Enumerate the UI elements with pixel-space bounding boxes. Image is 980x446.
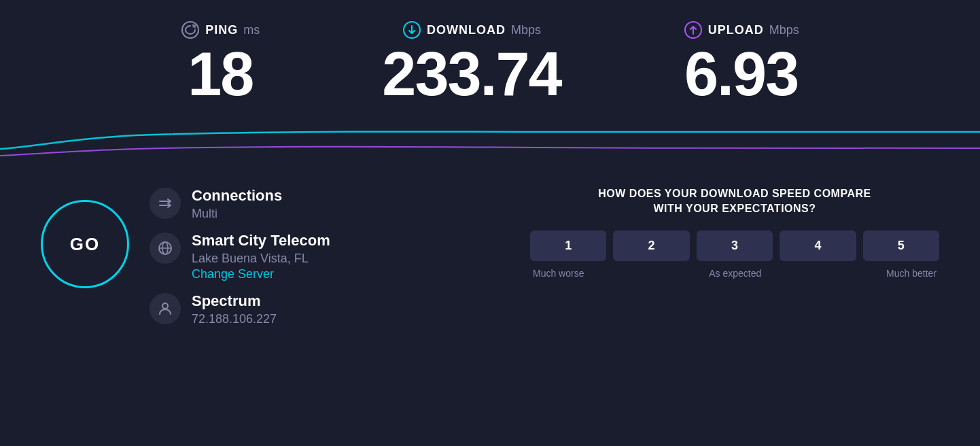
isp-row: Spectrum 72.188.106.227	[150, 292, 330, 327]
rating-label-left: Much worse	[533, 268, 584, 279]
rating-btn-4[interactable]: 4	[780, 230, 856, 261]
upload-metric: UPLOAD Mbps 6.93	[684, 20, 799, 105]
left-panel: GO Connections Multi	[41, 186, 503, 337]
rating-label-right: Much better	[886, 268, 937, 279]
server-location: Lake Buena Vista, FL	[192, 251, 330, 267]
go-button[interactable]: GO	[41, 200, 129, 288]
comparison-panel: HOW DOES YOUR DOWNLOAD SPEED COMPARE WIT…	[503, 186, 939, 337]
upload-icon	[684, 20, 703, 39]
server-icon-circle	[150, 233, 181, 264]
rating-labels: Much worse As expected Much better	[530, 268, 939, 279]
rating-btn-5[interactable]: 5	[863, 230, 939, 261]
connections-row: Connections Multi	[150, 186, 330, 222]
comparison-title-line1: HOW DOES YOUR DOWNLOAD SPEED COMPARE	[530, 186, 939, 201]
ping-icon	[181, 20, 200, 39]
download-icon	[402, 20, 421, 39]
isp-text: Spectrum 72.188.106.227	[192, 292, 277, 327]
connections-icon-circle	[150, 188, 181, 219]
isp-name: Spectrum	[192, 292, 277, 311]
globe-icon	[157, 240, 173, 256]
isp-icon-circle	[150, 293, 181, 324]
ping-label: PING	[205, 23, 238, 37]
rating-buttons: 1 2 3 4 5	[530, 230, 939, 261]
download-unit: Mbps	[511, 23, 541, 37]
metrics-row: PING ms 18 DOWNLOAD Mbps 233.74	[0, 0, 980, 105]
rating-btn-1[interactable]: 1	[530, 230, 606, 261]
info-panel: Connections Multi Smart City Telecom Lak…	[150, 186, 330, 337]
connections-title: Connections	[192, 186, 282, 206]
comparison-title: HOW DOES YOUR DOWNLOAD SPEED COMPARE WIT…	[530, 186, 939, 217]
upload-label: UPLOAD	[708, 23, 764, 37]
ping-header: PING ms	[181, 20, 260, 39]
user-icon	[157, 301, 173, 317]
bottom-section: GO Connections Multi	[0, 166, 980, 337]
download-metric: DOWNLOAD Mbps 233.74	[382, 20, 561, 105]
svg-point-8	[162, 303, 168, 309]
isp-ip: 72.188.106.227	[192, 311, 277, 327]
upload-unit: Mbps	[769, 23, 799, 37]
ping-metric: PING ms 18	[181, 20, 260, 105]
upload-header: UPLOAD Mbps	[684, 20, 799, 39]
connections-value: Multi	[192, 206, 282, 222]
svg-point-0	[182, 22, 198, 38]
server-text: Smart City Telecom Lake Buena Vista, FL …	[192, 231, 330, 282]
upload-value: 6.93	[684, 44, 798, 105]
rating-label-middle: As expected	[709, 268, 761, 279]
download-label: DOWNLOAD	[427, 23, 506, 37]
ping-value: 18	[188, 44, 253, 105]
rating-btn-2[interactable]: 2	[613, 230, 689, 261]
connections-text: Connections Multi	[192, 186, 282, 222]
download-header: DOWNLOAD Mbps	[402, 20, 541, 39]
server-name: Smart City Telecom	[192, 231, 330, 251]
server-row: Smart City Telecom Lake Buena Vista, FL …	[150, 231, 330, 282]
rating-btn-3[interactable]: 3	[697, 230, 773, 261]
change-server-link[interactable]: Change Server	[192, 267, 330, 282]
connections-icon	[157, 195, 173, 211]
download-value: 233.74	[382, 44, 561, 105]
comparison-title-line2: WITH YOUR EXPECTATIONS?	[530, 201, 939, 216]
wave-chart	[0, 112, 980, 166]
ping-unit: ms	[243, 23, 260, 37]
